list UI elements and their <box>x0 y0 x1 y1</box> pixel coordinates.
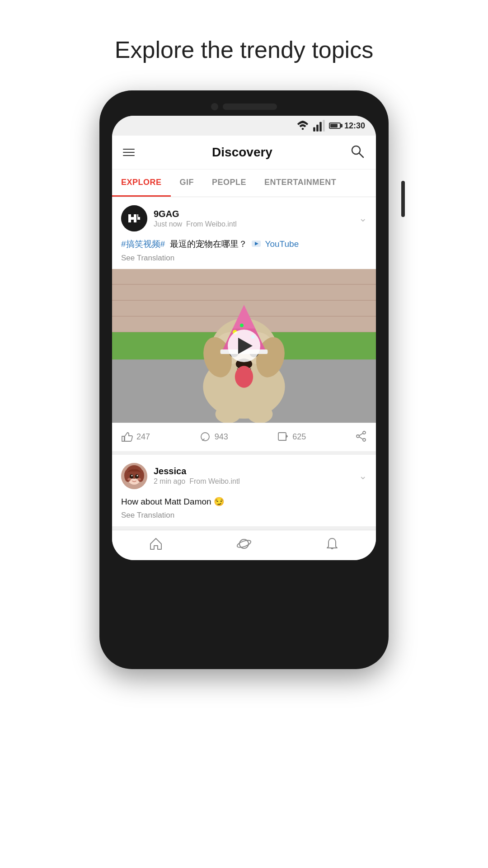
status-icons: 12:30 <box>296 119 365 132</box>
phone-top <box>112 103 376 110</box>
svg-point-31 <box>235 366 253 387</box>
chevron-down-icon-jessica[interactable]: ⌄ <box>359 470 367 482</box>
battery-icon <box>329 123 341 129</box>
svg-point-44 <box>357 435 359 438</box>
status-time: 12:30 <box>344 121 365 131</box>
search-button[interactable] <box>350 144 365 161</box>
svg-line-45 <box>359 433 363 435</box>
phone-speaker <box>223 104 277 110</box>
repost-count: 625 <box>292 432 306 442</box>
phone-screen: 12:30 Discovery EXPLORE GIF PEOPLE E <box>112 116 376 560</box>
app-title: Discovery <box>212 145 272 160</box>
wifi-icon <box>296 119 309 132</box>
svg-line-6 <box>359 153 363 157</box>
page-title: Explore the trendy topics <box>115 36 373 63</box>
see-translation-jessica[interactable]: See Translation <box>121 511 367 520</box>
svg-point-54 <box>131 475 133 476</box>
signal-icon <box>313 119 325 132</box>
bell-icon <box>325 537 339 551</box>
post-header: 9GAG Just now From Weibo.intl ⌄ <box>112 197 376 238</box>
bottom-nav <box>112 530 376 560</box>
thumbs-up-icon <box>121 431 133 443</box>
share-button[interactable] <box>355 430 367 444</box>
post-header-jessica: Jessica 2 min ago From Weibo.intl ⌄ <box>112 455 376 495</box>
svg-rect-8 <box>137 220 140 222</box>
svg-point-42 <box>363 431 366 434</box>
home-icon <box>149 537 163 551</box>
svg-point-59 <box>237 539 251 549</box>
post-time-source: Just now From Weibo.intl <box>154 220 237 228</box>
svg-point-43 <box>363 439 366 441</box>
hashtag[interactable]: #搞笑视频# <box>121 239 165 249</box>
svg-point-39 <box>247 405 272 422</box>
tab-gif[interactable]: GIF <box>171 170 203 197</box>
phone-side-button <box>401 181 405 217</box>
menu-button[interactable] <box>123 149 135 156</box>
chevron-down-icon[interactable]: ⌄ <box>359 212 367 224</box>
comment-count: 943 <box>215 432 228 442</box>
tab-entertainment[interactable]: ENTERTAINMENT <box>255 170 345 197</box>
post-video-thumbnail[interactable] <box>112 269 376 423</box>
svg-point-37 <box>240 323 244 327</box>
post-meta: 9GAG Just now From Weibo.intl <box>154 209 237 228</box>
svg-rect-1 <box>313 127 315 132</box>
search-icon <box>350 144 365 159</box>
play-button[interactable] <box>228 330 260 362</box>
svg-rect-3 <box>319 122 322 132</box>
nav-notifications[interactable] <box>325 537 339 551</box>
svg-rect-41 <box>278 433 286 440</box>
tab-people[interactable]: PEOPLE <box>203 170 255 197</box>
post-time-source-jessica: 2 min ago From Weibo.intl <box>154 477 240 486</box>
svg-point-38 <box>216 405 241 422</box>
phone-camera <box>211 103 218 110</box>
svg-point-40 <box>201 433 209 441</box>
avatar-9gag <box>121 205 147 231</box>
svg-rect-2 <box>316 125 319 132</box>
repost-button[interactable]: 625 <box>277 431 355 443</box>
post-text-jessica: How about Matt Damon 😏 <box>121 495 367 509</box>
post-card: 9GAG Just now From Weibo.intl ⌄ #搞笑视频# 最… <box>112 197 376 455</box>
post-author-info: 9GAG Just now From Weibo.intl <box>121 205 237 231</box>
post-card-jessica: Jessica 2 min ago From Weibo.intl ⌄ How … <box>112 455 376 530</box>
tabs-bar: EXPLORE GIF PEOPLE ENTERTAINMENT <box>112 170 376 197</box>
svg-rect-4 <box>323 120 325 132</box>
author-name-jessica: Jessica <box>154 466 240 476</box>
planet-icon <box>237 537 251 551</box>
nav-discover[interactable] <box>237 537 251 551</box>
like-button[interactable]: 247 <box>121 431 199 443</box>
comment-icon <box>199 431 211 443</box>
post-author-info-jessica: Jessica 2 min ago From Weibo.intl <box>121 463 240 489</box>
svg-line-46 <box>359 437 363 439</box>
nav-home[interactable] <box>149 537 163 551</box>
svg-point-56 <box>127 478 132 481</box>
9gag-logo-icon <box>121 205 147 231</box>
post-text: #搞笑视频# 最逗的宠物在哪里？ YouTube <box>121 238 367 251</box>
post-body-jessica: How about Matt Damon 😏 See Translation <box>112 495 376 527</box>
phone-frame: 12:30 Discovery EXPLORE GIF PEOPLE E <box>99 90 389 669</box>
see-translation[interactable]: See Translation <box>121 254 367 263</box>
post-meta-jessica: Jessica 2 min ago From Weibo.intl <box>154 466 240 486</box>
svg-point-55 <box>137 475 138 476</box>
like-count: 247 <box>136 432 150 442</box>
avatar-jessica <box>121 463 147 489</box>
youtube-link[interactable]: YouTube <box>265 239 299 249</box>
repost-icon <box>277 431 289 443</box>
post-body: #搞笑视频# 最逗的宠物在哪里？ YouTube See Translation <box>112 238 376 269</box>
youtube-icon <box>252 241 261 247</box>
svg-point-57 <box>136 478 141 481</box>
jessica-avatar-icon <box>121 463 147 489</box>
feed-content: 9GAG Just now From Weibo.intl ⌄ #搞笑视频# 最… <box>112 197 376 530</box>
svg-point-0 <box>302 128 304 130</box>
share-icon <box>355 430 367 442</box>
app-header: Discovery <box>112 136 376 170</box>
tab-explore[interactable]: EXPLORE <box>112 170 171 197</box>
author-name: 9GAG <box>154 209 237 219</box>
comment-button[interactable]: 943 <box>199 431 277 443</box>
post-actions: 247 943 <box>112 423 376 451</box>
status-bar: 12:30 <box>112 116 376 136</box>
